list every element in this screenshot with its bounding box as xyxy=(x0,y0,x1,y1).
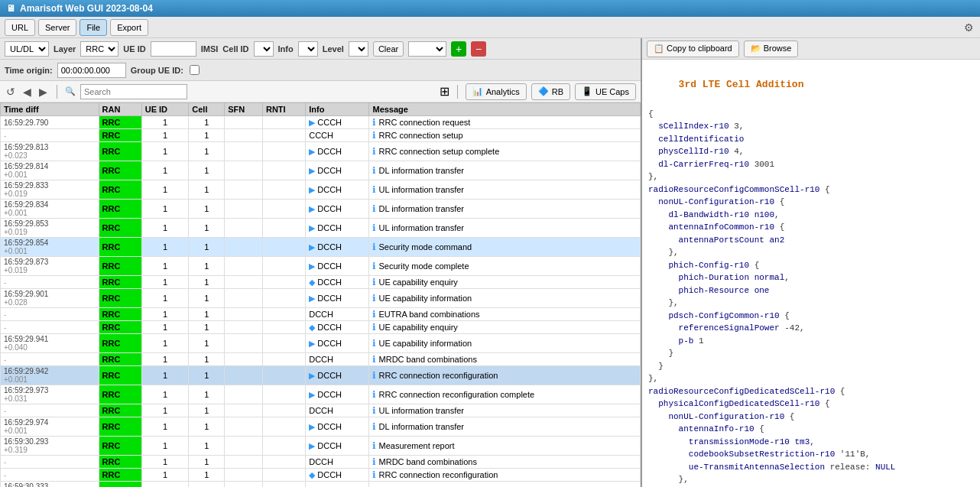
col-sfn[interactable]: SFN xyxy=(225,103,263,116)
cell-sfn xyxy=(225,180,263,200)
cell-ue: 1 xyxy=(141,276,189,289)
cell-sfn xyxy=(225,353,263,366)
cell-ue: 1 xyxy=(141,257,189,276)
analytics-button[interactable]: 📊 Analytics xyxy=(466,83,527,100)
cell-ue: 1 xyxy=(141,366,189,385)
back-button[interactable]: ◀ xyxy=(21,86,33,98)
cell-info: ▶ DCCH xyxy=(306,417,369,437)
table-row[interactable]: -RRC11DCCHℹ UL information transfer xyxy=(1,404,641,417)
table-row[interactable]: 16:59:29.941+0.040RRC11▶ DCCHℹ UE capabi… xyxy=(1,334,641,353)
filter-bar2: Time origin: Group UE ID: xyxy=(0,60,641,81)
cell-ran: RRC xyxy=(99,200,141,219)
cell-info: CCCH xyxy=(306,129,369,142)
table-row[interactable]: 16:59:30.293+0.319RRC11▶ DCCHℹ Measureme… xyxy=(1,437,641,456)
cell-ue: 1 xyxy=(141,321,189,334)
clear-button[interactable]: Clear xyxy=(373,41,404,57)
cell-message: ℹ DL information transfer xyxy=(369,161,641,180)
table-row[interactable]: 16:59:29.853+0.019RRC11▶ DCCHℹ UL inform… xyxy=(1,219,641,238)
cell-sfn xyxy=(225,257,263,276)
remove-button[interactable]: − xyxy=(471,41,486,57)
info-select[interactable] xyxy=(298,41,318,57)
table-row[interactable]: 16:59:29.814+0.001RRC11▶ DCCHℹ DL inform… xyxy=(1,161,641,180)
layer-select[interactable]: RRC xyxy=(80,41,118,57)
log-table-body: 16:59:29.790RRC11▶ CCCHℹ RRC connection … xyxy=(1,116,641,488)
cell-id-select[interactable] xyxy=(254,41,274,57)
group-ue-checkbox[interactable] xyxy=(190,65,200,75)
file-button[interactable]: File xyxy=(80,19,107,36)
cell-cell: 1 xyxy=(189,129,225,142)
cell-rnti xyxy=(262,353,305,366)
table-row[interactable]: 16:59:29.813+0.023RRC11▶ DCCHℹ RRC conne… xyxy=(1,142,641,161)
cell-ue: 1 xyxy=(141,129,189,142)
level-select[interactable] xyxy=(349,41,368,57)
url-button[interactable]: URL xyxy=(5,19,35,36)
cell-sfn xyxy=(225,289,263,308)
extra-select[interactable] xyxy=(408,41,446,57)
ue-caps-button[interactable]: 📱 UE Caps xyxy=(575,83,636,100)
cell-message: ℹ RRC connection setup complete xyxy=(369,142,641,161)
col-time[interactable]: Time diff xyxy=(1,103,99,116)
cell-ue: 1 xyxy=(141,385,189,404)
browse-button[interactable]: 📂 Browse xyxy=(744,41,799,57)
code-view[interactable]: 3rd LTE Cell Addition { sCellIndex-r10 3… xyxy=(642,60,980,487)
info-label: Info xyxy=(278,44,294,54)
cell-info: ▶ DCCH xyxy=(306,161,369,180)
cell-ran: RRC xyxy=(99,321,141,334)
cell-info: ▶ DCCH xyxy=(306,238,369,257)
cell-message: ℹ RRC connection setup xyxy=(369,129,641,142)
cell-message: ℹ MRDC band combinations xyxy=(369,456,641,469)
cell-info: DCCH xyxy=(306,456,369,469)
imsi-label: IMSI xyxy=(201,44,219,54)
table-row[interactable]: 16:59:29.901+0.028RRC11▶ DCCHℹ UE capabi… xyxy=(1,289,641,308)
forward-button[interactable]: ▶ xyxy=(37,86,49,98)
table-row[interactable]: -RRC11DCCHℹ EUTRA band combinations xyxy=(1,308,641,321)
cell-time: - xyxy=(1,469,99,482)
table-row[interactable]: -RRC11◆ DCCHℹ UE capability enquiry xyxy=(1,321,641,334)
cell-cell: 1 xyxy=(189,404,225,417)
group-ue-label: Group UE ID: xyxy=(131,66,183,75)
cell-time: - xyxy=(1,276,99,289)
settings-button[interactable]: ⚙ xyxy=(962,21,975,34)
table-row[interactable]: 16:59:29.854+0.001RRC11▶ DCCHℹ Security … xyxy=(1,238,641,257)
table-row[interactable]: 16:59:29.834+0.001RRC11▶ DCCHℹ DL inform… xyxy=(1,200,641,219)
cell-sfn xyxy=(225,437,263,456)
cell-rnti xyxy=(262,334,305,353)
table-row[interactable]: 16:59:29.974+0.001RRC11▶ DCCHℹ DL inform… xyxy=(1,417,641,437)
table-row[interactable]: -RRC11◆ DCCHℹ RRC connection reconfigura… xyxy=(1,469,641,482)
cell-rnti xyxy=(262,142,305,161)
cell-cell: 1 xyxy=(189,238,225,257)
col-message[interactable]: Message xyxy=(369,103,641,116)
ue-id-input[interactable] xyxy=(151,41,196,57)
server-button[interactable]: Server xyxy=(38,19,76,36)
table-row[interactable]: 16:59:30.333+0.040RRC11▶ DCCHℹ RRC conne… xyxy=(1,482,641,488)
direction-select[interactable]: UL/DL xyxy=(5,41,49,57)
add-button[interactable]: + xyxy=(451,41,466,57)
table-row[interactable]: 16:59:29.873+0.019RRC11▶ DCCHℹ Security … xyxy=(1,257,641,276)
search-input[interactable] xyxy=(80,84,187,99)
table-row[interactable]: -RRC11DCCHℹ MRDC band combinations xyxy=(1,456,641,469)
col-ue[interactable]: UE ID xyxy=(141,103,189,116)
table-row[interactable]: -RRC11DCCHℹ MRDC band combinations xyxy=(1,353,641,366)
cell-ran: RRC xyxy=(99,469,141,482)
table-row[interactable]: 16:59:29.973+0.031RRC11▶ DCCHℹ RRC conne… xyxy=(1,385,641,404)
rb-button[interactable]: 🔷 RB xyxy=(531,83,570,100)
cell-cell: 1 xyxy=(189,353,225,366)
copy-clipboard-button[interactable]: 📋 Copy to clipboard xyxy=(647,41,739,57)
table-row[interactable]: -RRC11CCCHℹ RRC connection setup xyxy=(1,129,641,142)
col-cell[interactable]: Cell xyxy=(189,103,225,116)
cell-info: ▶ DCCH xyxy=(306,180,369,200)
time-origin-input[interactable] xyxy=(57,63,126,78)
table-row[interactable]: -RRC11◆ DCCHℹ UE capability enquiry xyxy=(1,276,641,289)
col-info[interactable]: Info xyxy=(306,103,369,116)
app-title: Amarisoft Web GUI 2023-08-04 xyxy=(20,3,153,14)
col-rnti[interactable]: RNTI xyxy=(262,103,305,116)
table-row[interactable]: 16:59:29.833+0.019RRC11▶ DCCHℹ UL inform… xyxy=(1,180,641,200)
cell-message: ℹ UL information transfer xyxy=(369,219,641,238)
cell-ran: RRC xyxy=(99,129,141,142)
refresh-button[interactable]: ↺ xyxy=(5,86,17,98)
export-button[interactable]: Export xyxy=(110,19,148,36)
table-row[interactable]: 16:59:29.942+0.001RRC11▶ DCCHℹ RRC conne… xyxy=(1,366,641,385)
table-row[interactable]: 16:59:29.790RRC11▶ CCCHℹ RRC connection … xyxy=(1,116,641,129)
cell-sfn xyxy=(225,238,263,257)
col-ran[interactable]: RAN xyxy=(99,103,141,116)
